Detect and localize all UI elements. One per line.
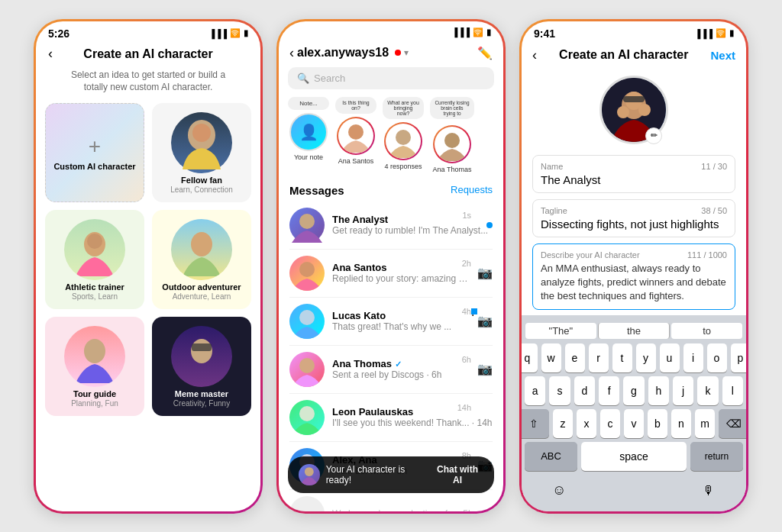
tagline-label: Tagline: [541, 206, 567, 215]
ana-story-name: Ana Santos: [338, 157, 374, 165]
meme-master-card[interactable]: Meme master Creativity, Funny: [152, 317, 251, 416]
athletic-trainer-card[interactable]: Athletic trainer Sports, Learn: [45, 210, 144, 309]
signal-icon-3: ▐▐▐: [695, 29, 713, 38]
leon-time: 14h: [457, 403, 471, 412]
wifi-icon: 🛜: [230, 28, 241, 38]
leon-avatar: [289, 400, 325, 435]
messages-title: Messages: [289, 184, 344, 197]
key-h[interactable]: h: [648, 376, 669, 405]
key-w[interactable]: w: [541, 343, 561, 372]
abc-key[interactable]: ABC: [525, 442, 577, 471]
responses-bubble: What are you bringing now?: [383, 97, 424, 119]
analyst-dot: [486, 222, 493, 228]
emoji-key[interactable]: ☺: [528, 476, 590, 505]
phone-3: 9:41 ▐▐▐ 🛜 ▮ ‹ Create an AI character Ne…: [519, 19, 748, 514]
status-bar-3: 9:41 ▐▐▐ 🛜 ▮: [522, 21, 746, 43]
lucas-text: Thats great! That's why we ...: [332, 321, 470, 332]
ana-thomas-text: Sent a reel by Discogs · 6h: [332, 369, 470, 380]
description-field[interactable]: Describe your AI character 111 / 1000 An…: [532, 243, 735, 311]
next-button[interactable]: Next: [710, 49, 735, 62]
avatar-edit-button[interactable]: ✏: [645, 127, 662, 144]
edit-icon[interactable]: ✏️: [477, 46, 493, 60]
requests-link[interactable]: Requests: [451, 184, 493, 197]
key-o[interactable]: o: [707, 343, 727, 372]
back-button-1[interactable]: ‹: [48, 46, 53, 62]
story-your-note[interactable]: Note... 👤 Your note: [288, 97, 329, 173]
key-t[interactable]: t: [612, 343, 632, 372]
key-v[interactable]: v: [624, 409, 644, 438]
tour-guide-card[interactable]: Tour guide Planning, Fun: [45, 317, 144, 416]
key-y[interactable]: y: [636, 343, 656, 372]
story-4responses[interactable]: What are you bringing now? 4 responses: [383, 97, 424, 173]
delete-key[interactable]: ⌫: [719, 409, 748, 438]
custom-ai-card[interactable]: + Custom AI character: [45, 103, 144, 202]
key-r[interactable]: r: [589, 343, 609, 372]
tour-label: Tour guide: [73, 386, 116, 399]
key-d[interactable]: d: [574, 376, 595, 405]
key-g[interactable]: g: [623, 376, 644, 405]
status-icons-3: ▐▐▐ 🛜 ▮: [695, 28, 734, 38]
name-field[interactable]: Name 11 / 30 The Analyst: [532, 155, 735, 193]
status-bar-1: 5:26 ▐▐▐ 🛜 ▮: [36, 21, 260, 43]
camera-icon-1: 📷: [477, 266, 493, 280]
key-n[interactable]: n: [671, 409, 691, 438]
suggest-1[interactable]: "The": [525, 323, 596, 339]
search-icon: 🔍: [297, 73, 309, 84]
more-text: We have a large selection of... · 5h: [332, 508, 493, 514]
key-f[interactable]: f: [599, 376, 619, 405]
ana-santos-avatar: [289, 256, 325, 291]
msg-ana-santos[interactable]: Ana Santos Replied to your story: amazin…: [279, 250, 503, 297]
your-note-name: Your note: [294, 153, 323, 161]
suggest-2[interactable]: the: [598, 323, 671, 339]
fellow-fan-img: [179, 116, 225, 169]
key-i[interactable]: i: [683, 343, 703, 372]
dropdown-icon[interactable]: ▾: [404, 47, 409, 58]
story-ana-thomas[interactable]: Currently losing brain cells trying to A…: [430, 97, 474, 173]
outdoor-card[interactable]: Outdoor adventurer Adventure, Learn: [152, 210, 251, 309]
key-z[interactable]: z: [553, 409, 573, 438]
key-u[interactable]: u: [660, 343, 680, 372]
key-c[interactable]: c: [600, 409, 620, 438]
msg-ana-thomas[interactable]: Ana Thomas ✓ Sent a reel by Discogs · 6h…: [279, 346, 503, 393]
msg-lucas[interactable]: Lucas Kato Thats great! That's why we ..…: [279, 298, 503, 345]
search-bar[interactable]: 🔍 Search: [288, 67, 494, 89]
key-e[interactable]: e: [565, 343, 585, 372]
key-p[interactable]: p: [731, 343, 749, 372]
thomas-story-name: Ana Thomas: [433, 166, 472, 173]
return-key[interactable]: return: [690, 442, 743, 471]
lucas-name: Lucas Kato: [332, 310, 470, 321]
dm-back[interactable]: ‹: [289, 45, 294, 61]
key-j[interactable]: j: [673, 376, 693, 405]
msg-leon[interactable]: Leon Paulauskas I'll see you this weeken…: [279, 394, 503, 441]
key-x[interactable]: x: [577, 409, 596, 438]
space-key[interactable]: space: [581, 442, 687, 471]
page-title-1: Create an AI character: [83, 47, 212, 61]
chat-with-ai-button[interactable]: Chat with AI: [431, 464, 483, 485]
analyst-text: Get ready to rumble! I'm The Analyst...: [332, 225, 493, 236]
suggest-3[interactable]: to: [671, 323, 742, 339]
key-k[interactable]: k: [697, 376, 718, 405]
status-bar-2: ▐▐▐ 🛜 ▮: [279, 21, 503, 40]
more-avatar: [289, 496, 325, 514]
svg-point-6: [191, 232, 212, 256]
tagline-field[interactable]: Tagline 38 / 50 Dissecting fights, not j…: [532, 199, 735, 237]
shift-key[interactable]: ⇧: [519, 409, 549, 438]
mic-key[interactable]: 🎙: [677, 476, 740, 505]
key-a[interactable]: a: [525, 376, 545, 405]
p3-back[interactable]: ‹: [532, 47, 537, 63]
phone-1: 5:26 ▐▐▐ 🛜 ▮ ‹ Create an AI character Se…: [34, 19, 263, 514]
svg-point-4: [87, 234, 102, 249]
key-b[interactable]: b: [648, 409, 667, 438]
toast-left: Your AI character is ready!: [299, 464, 431, 485]
status-icons-1: ▐▐▐ 🛜 ▮: [209, 28, 248, 38]
key-s[interactable]: s: [549, 376, 570, 405]
svg-point-27: [638, 104, 651, 116]
msg-analyst[interactable]: The Analyst Get ready to rumble! I'm The…: [279, 202, 503, 249]
story-ana-santos[interactable]: Is this thing on? Ana Santos: [335, 97, 376, 173]
ana-thomas-content: Ana Thomas ✓ Sent a reel by Discogs · 6h: [332, 358, 470, 380]
key-l[interactable]: l: [722, 376, 743, 405]
fellow-fan-card[interactable]: Fellow fan Learn, Connection: [152, 103, 251, 202]
key-q[interactable]: q: [519, 343, 538, 372]
keyboard-row-2: a s d f g h j k l: [525, 376, 743, 405]
key-m[interactable]: m: [695, 409, 715, 438]
